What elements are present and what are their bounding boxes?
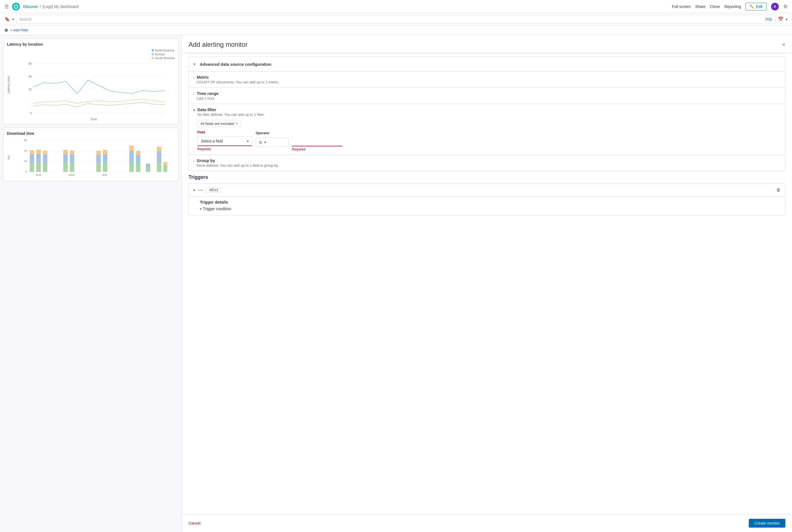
- triggers-title: Triggers: [189, 174, 786, 180]
- operator-label: Operator: [256, 131, 270, 135]
- main-content: Latency by location Latency (ms) North A…: [0, 35, 792, 532]
- svg-text:60: 60: [24, 139, 27, 142]
- field-placeholder: Select a field: [201, 139, 223, 143]
- svg-rect-27: [36, 162, 41, 172]
- breadcrumb-discover-link[interactable]: Discover: [23, 4, 38, 9]
- svg-rect-32: [43, 151, 47, 155]
- svg-rect-36: [70, 163, 74, 172]
- breadcrumb-current: [Logs] My dashboard: [42, 4, 78, 9]
- svg-text:3PM: 3PM: [102, 174, 107, 176]
- trigger-header: ▾ — SEV1 🗑: [189, 184, 785, 196]
- svg-text:9AM: 9AM: [36, 174, 41, 176]
- remove-filter-tag-button[interactable]: ×: [236, 121, 238, 126]
- download-chart-panel: Download time ms 60 40 20 0: [3, 128, 178, 181]
- download-bar-chart: 60 40 20 0: [12, 138, 175, 176]
- clone-link[interactable]: Clone: [710, 4, 720, 9]
- trigger-details-title: Trigger details: [200, 196, 781, 204]
- panel-footer: Cancel Create monitor: [182, 514, 792, 532]
- legend-item-eu: Europe: [152, 53, 175, 56]
- breadcrumb: Discover / [Logs] My dashboard: [23, 4, 78, 9]
- accordion-collapse-toggle[interactable]: ▾: [189, 57, 200, 71]
- reporting-link[interactable]: Reporting: [724, 4, 741, 9]
- svg-text:0: 0: [25, 170, 27, 173]
- svg-rect-42: [103, 163, 107, 172]
- svg-rect-26: [30, 150, 34, 154]
- data-filter-collapse-icon[interactable]: ▾: [193, 108, 195, 112]
- svg-text:20: 20: [24, 160, 27, 163]
- svg-rect-38: [70, 150, 74, 155]
- time-range-value: Last 1 hour: [197, 96, 219, 100]
- trigger-condition-label: Trigger condition: [203, 207, 231, 211]
- avatar[interactable]: A: [771, 3, 779, 11]
- data-filter-row: ▾ Data filter No filter defined. You can…: [189, 104, 785, 155]
- search-bar-row: 🔖 ▾ Search DQL 📅 ▾: [0, 13, 792, 25]
- metric-row: › Metric COUNT OF documents. You can add…: [189, 71, 785, 88]
- x-axis-label: Time: [12, 117, 175, 121]
- time-range-row: › Time range Last 1 hour: [189, 88, 785, 104]
- field-group: Field Select a field ▾ Required: [197, 130, 252, 151]
- svg-text:20: 20: [29, 88, 32, 91]
- download-chart-title: Download time: [7, 131, 175, 136]
- field-select-dropdown[interactable]: Select a field ▾: [197, 136, 252, 146]
- create-monitor-button[interactable]: Create monitor: [749, 519, 786, 528]
- bar-chart-container: ms 60 40 20 0: [7, 138, 175, 177]
- top-navigation: ☰ Discover / [Logs] My dashboard Full sc…: [0, 0, 792, 13]
- close-button[interactable]: ×: [782, 41, 786, 48]
- side-panel: Add alerting monitor × ▾ Advanced data s…: [182, 35, 792, 532]
- svg-rect-34: [63, 154, 68, 163]
- advanced-config-label: Advanced data source configuration: [200, 62, 781, 66]
- filter-fields-row: Field Select a field ▾ Required: [197, 130, 781, 151]
- svg-rect-44: [103, 150, 107, 154]
- delete-trigger-icon[interactable]: 🗑: [776, 188, 781, 193]
- calendar-icon[interactable]: 📅: [778, 17, 784, 22]
- chevron-right-icon[interactable]: ▾: [786, 17, 788, 21]
- filter-bar: ⊕ + Add Filter: [0, 25, 792, 35]
- svg-rect-31: [43, 155, 47, 163]
- share-link[interactable]: Share: [695, 4, 705, 9]
- nav-actions: Full screen Share Clone Reporting ✏️ Edi…: [672, 3, 788, 11]
- elastic-logo: [12, 3, 20, 11]
- settings-icon[interactable]: ⚙: [783, 4, 788, 10]
- panel-title: Add alerting monitor: [189, 41, 248, 49]
- edit-icon: ✏️: [750, 4, 754, 9]
- svg-text:12PM: 12PM: [68, 174, 75, 176]
- group-by-description: None defined. You can add up to 1 field …: [197, 164, 279, 168]
- search-placeholder: Search: [19, 17, 763, 21]
- search-input[interactable]: Search DQL: [16, 15, 776, 24]
- hamburger-menu-icon[interactable]: ☰: [4, 4, 9, 10]
- group-by-expand-icon[interactable]: ›: [193, 159, 194, 163]
- operator-select-dropdown[interactable]: is ▾: [256, 137, 289, 147]
- edit-button[interactable]: ✏️ Edit: [746, 3, 767, 11]
- advanced-config-header[interactable]: ▾ Advanced data source configuration: [189, 57, 785, 71]
- latency-chart-panel: Latency by location Latency (ms) North A…: [3, 39, 178, 124]
- svg-text:40: 40: [29, 75, 32, 78]
- latency-line-chart: 60 40 20 0 9AM 12PM 3PM 6: [12, 61, 175, 116]
- value-input[interactable]: [292, 137, 342, 146]
- save-search-icon[interactable]: 🔖: [4, 17, 10, 22]
- dashboard-area: Latency by location Latency (ms) North A…: [0, 35, 182, 532]
- chevron-down-icon[interactable]: ▾: [12, 17, 14, 21]
- svg-rect-55: [157, 147, 161, 152]
- dql-label[interactable]: DQL: [765, 17, 773, 21]
- full-screen-link[interactable]: Full screen: [672, 4, 691, 9]
- bar-y-axis-label: ms: [7, 138, 10, 177]
- svg-rect-41: [96, 151, 101, 155]
- cancel-button[interactable]: Cancel: [189, 521, 201, 526]
- metric-expand-icon[interactable]: ›: [193, 75, 194, 80]
- trigger-card: ▾ — SEV1 🗑 Trigger details ▾ Trigger con…: [189, 184, 786, 216]
- metric-label: Metric: [197, 75, 279, 79]
- add-filter-button[interactable]: + Add Filter: [10, 28, 29, 32]
- advanced-config-content-header: Advanced data source configuration: [200, 59, 785, 70]
- trigger-collapse-icon[interactable]: ▾: [193, 188, 195, 192]
- svg-rect-24: [30, 163, 34, 172]
- svg-rect-49: [136, 155, 140, 163]
- triggers-section: Triggers ▾ — SEV1 🗑 Trigger details ▾ Tr…: [189, 174, 786, 216]
- trigger-condition-row[interactable]: ▾ Trigger condition: [200, 207, 781, 211]
- svg-rect-54: [157, 152, 161, 162]
- trigger-condition-chevron-icon: ▾: [200, 207, 202, 211]
- time-range-expand-icon[interactable]: ›: [193, 92, 194, 96]
- svg-rect-47: [129, 146, 134, 151]
- operator-value: is: [259, 140, 262, 145]
- edit-label: Edit: [756, 4, 762, 9]
- svg-rect-37: [70, 155, 74, 163]
